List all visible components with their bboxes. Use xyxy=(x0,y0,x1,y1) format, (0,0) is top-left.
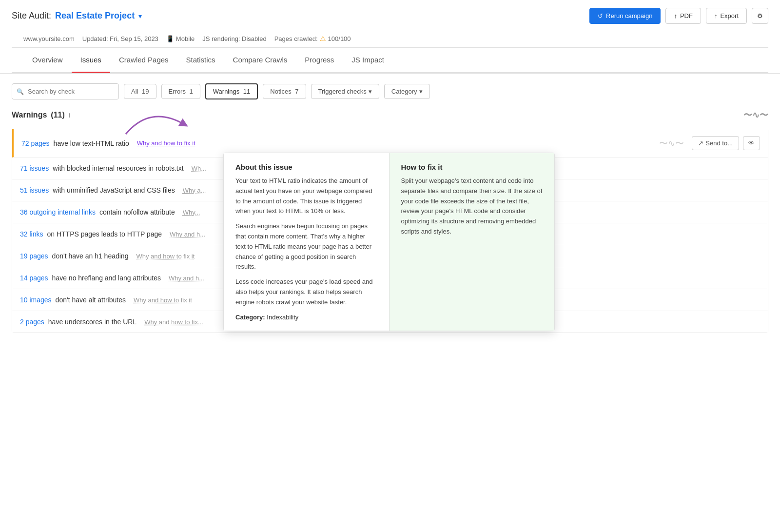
issue-link[interactable]: 72 pages xyxy=(21,139,50,147)
about-title: About this issue xyxy=(235,163,377,171)
filter-warnings-button[interactable]: Warnings 11 xyxy=(205,83,258,99)
chevron-down-icon: ▾ xyxy=(419,88,423,95)
filter-bar: 🔍 All 19 Errors 1 Warnings 11 Notices 7 … xyxy=(12,83,768,99)
pdf-button[interactable]: ↑ PDF xyxy=(665,8,701,24)
why-fix-link[interactable]: Why and h... xyxy=(169,275,204,282)
js-rendering: JS rendering: Disabled xyxy=(202,35,267,42)
chevron-down-icon: ▾ xyxy=(369,88,372,95)
issue-description: with blocked internal resources in robot… xyxy=(53,164,183,172)
issue-description: have underscores in the URL xyxy=(48,318,136,326)
export-button[interactable]: ↑ Export xyxy=(706,8,747,24)
gear-icon: ⚙ xyxy=(757,12,763,20)
mobile-label: 📱 Mobile xyxy=(166,35,195,42)
why-fix-link[interactable]: Why a... xyxy=(183,187,206,194)
filter-all-button[interactable]: All 19 xyxy=(124,84,156,99)
why-fix-link[interactable]: Why... xyxy=(183,209,200,216)
send-icon: ↗ xyxy=(698,139,703,147)
fix-text: Split your webpage's text content and co… xyxy=(401,176,543,237)
about-text-2: Search engines have begun focusing on pa… xyxy=(235,221,377,272)
main-content: 🔍 All 19 Errors 1 Warnings 11 Notices 7 … xyxy=(0,74,780,343)
why-fix-link[interactable]: Why and h... xyxy=(170,231,205,238)
tooltip-category: Category: Indexability xyxy=(235,314,377,321)
tooltip-popup: About this issue Your text to HTML ratio… xyxy=(223,153,555,331)
export-icon: ↑ xyxy=(714,12,718,20)
why-fix-link[interactable]: Why and how to fix it xyxy=(134,296,192,304)
issue-description: have low text-HTML ratio xyxy=(54,139,129,147)
nav-tabs: Overview Issues Crawled Pages Statistics… xyxy=(12,48,768,73)
app-container: Site Audit: Real Estate Project ▾ ↺ Reru… xyxy=(0,0,780,532)
issue-link[interactable]: 32 links xyxy=(20,230,43,238)
subheader: www.yoursite.com Updated: Fri, Sep 15, 2… xyxy=(12,30,768,48)
warning-icon: ⚠ xyxy=(320,35,326,42)
header-actions: ↺ Rerun campaign ↑ PDF ↑ Export ⚙ xyxy=(589,8,768,24)
tooltip-about: About this issue Your text to HTML ratio… xyxy=(224,153,390,331)
issue-link[interactable]: 14 pages xyxy=(20,274,48,282)
project-name[interactable]: Real Estate Project xyxy=(55,11,135,21)
why-fix-link[interactable]: Wh... xyxy=(192,165,206,172)
why-fix-link[interactable]: Why and how to fix... xyxy=(144,318,203,326)
issue-description: don't have an h1 heading xyxy=(52,252,129,260)
mobile-icon: 📱 xyxy=(166,35,174,42)
issue-row: 72 pages have low text-HTML ratio Why an… xyxy=(12,129,768,158)
tab-js-impact[interactable]: JS Impact xyxy=(343,48,393,73)
issues-list: 72 pages have low text-HTML ratio Why an… xyxy=(12,129,768,333)
row-sparkline: 〜∿〜 xyxy=(659,138,684,149)
tab-progress[interactable]: Progress xyxy=(296,48,343,73)
about-text-3: Less code increases your page's load spe… xyxy=(235,277,377,307)
why-fix-link[interactable]: Why and how to fix it xyxy=(137,139,195,147)
rerun-campaign-button[interactable]: ↺ Rerun campaign xyxy=(589,8,661,24)
project-dropdown-arrow[interactable]: ▾ xyxy=(138,12,142,20)
why-fix-link[interactable]: Why and how to fix it xyxy=(136,253,195,260)
update-date: Updated: Fri, Sep 15, 2023 xyxy=(82,35,158,42)
info-icon[interactable]: i xyxy=(69,112,71,119)
search-icon: 🔍 xyxy=(17,88,24,95)
tab-compare-crawls[interactable]: Compare Crawls xyxy=(224,48,296,73)
tab-crawled-pages[interactable]: Crawled Pages xyxy=(110,48,177,73)
pdf-icon: ↑ xyxy=(674,12,677,20)
site-audit-label: Site Audit: xyxy=(12,11,51,21)
triggered-checks-dropdown[interactable]: Triggered checks ▾ xyxy=(311,84,379,99)
tab-overview[interactable]: Overview xyxy=(23,48,72,73)
settings-button[interactable]: ⚙ xyxy=(752,8,768,24)
filter-errors-button[interactable]: Errors 1 xyxy=(161,84,200,99)
pages-crawled: Pages crawled: ⚠ 100/100 xyxy=(274,35,351,42)
warnings-count: (11) xyxy=(51,111,64,119)
issue-link[interactable]: 19 pages xyxy=(20,252,48,260)
issue-description: don't have alt attributes xyxy=(56,296,126,304)
send-to-button[interactable]: ↗ Send to... xyxy=(692,136,739,150)
tab-issues[interactable]: Issues xyxy=(72,48,110,73)
rerun-icon: ↺ xyxy=(598,12,603,20)
search-input-wrap: 🔍 xyxy=(12,83,119,99)
issue-link[interactable]: 71 issues xyxy=(20,164,49,172)
sparkline-area: 〜∿〜 xyxy=(743,109,768,121)
header-title: Site Audit: Real Estate Project ▾ xyxy=(12,11,142,21)
filter-notices-button[interactable]: Notices 7 xyxy=(263,84,306,99)
tab-statistics[interactable]: Statistics xyxy=(177,48,224,73)
issue-link[interactable]: 51 issues xyxy=(20,186,49,194)
issue-link[interactable]: 2 pages xyxy=(20,318,44,326)
category-dropdown[interactable]: Category ▾ xyxy=(384,84,430,99)
fix-title: How to fix it xyxy=(401,163,543,171)
eye-icon: 👁 xyxy=(748,139,755,147)
sparkline-chart: 〜∿〜 xyxy=(743,110,768,120)
tooltip-fix: How to fix it Split your webpage's text … xyxy=(390,153,555,331)
eye-button[interactable]: 👁 xyxy=(743,136,760,150)
issue-description: with unminified JavaScript and CSS files xyxy=(53,186,175,194)
issue-actions: 〜∿〜 ↗ Send to... 👁 xyxy=(659,136,760,150)
warnings-label: Warnings xyxy=(12,111,47,119)
issue-description: on HTTPS pages leads to HTTP page xyxy=(47,230,162,238)
section-title: Warnings (11) i 〜∿〜 xyxy=(12,109,768,121)
issue-link[interactable]: 36 outgoing internal links xyxy=(20,208,96,216)
search-input[interactable] xyxy=(12,83,119,99)
site-url: www.yoursite.com xyxy=(23,35,75,42)
about-text-1: Your text to HTML ratio indicates the am… xyxy=(235,176,377,217)
issue-description: contain nofollow attribute xyxy=(99,208,175,216)
issue-link[interactable]: 10 images xyxy=(20,296,52,304)
issue-description: have no hreflang and lang attributes xyxy=(52,274,161,282)
header-top: Site Audit: Real Estate Project ▾ ↺ Reru… xyxy=(12,8,768,24)
header: Site Audit: Real Estate Project ▾ ↺ Reru… xyxy=(0,0,780,74)
